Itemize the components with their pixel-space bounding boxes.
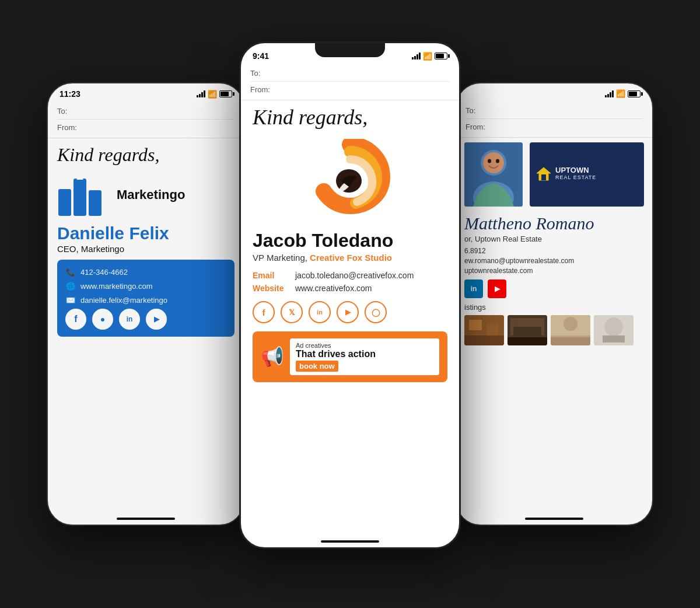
social-icons-right: in ▶ (464, 279, 644, 298)
company-logo-left: Marketingo (57, 173, 235, 216)
email-header-left: To: From: (48, 101, 244, 138)
phone-right: 📶 To: From: (455, 82, 653, 526)
svg-rect-22 (508, 337, 547, 345)
to-field-left[interactable]: To: (57, 103, 235, 120)
listing-2[interactable] (508, 315, 547, 345)
status-bar-left: 11:23 📶 (48, 83, 244, 101)
svg-rect-29 (603, 336, 625, 343)
ad-small-text: Ad creatives (296, 342, 433, 349)
battery-icon-right (628, 90, 640, 97)
email-row-center: Email jacob.toledano@creativefox.com (253, 271, 447, 280)
youtube-icon-right[interactable]: ▶ (488, 279, 506, 298)
to-field-center[interactable]: To: (250, 65, 450, 82)
company-name-left: Marketingo (117, 187, 185, 202)
ad-main-text: That drives action (296, 349, 433, 359)
phone-item-left: 📞 412-346-4662 (65, 267, 226, 277)
status-icons-center: 📶 (412, 52, 447, 61)
svg-rect-0 (58, 189, 71, 216)
from-field-left[interactable]: From: (57, 120, 235, 135)
listings-grid (464, 315, 644, 345)
wifi-icon-right: 📶 (616, 89, 625, 98)
profile-section-right: UPTOWN REAL ESTATE (464, 142, 644, 207)
svg-point-25 (564, 317, 578, 331)
uptown-name: UPTOWN (555, 166, 596, 174)
profile-photo-right (464, 142, 523, 207)
ad-banner[interactable]: 📢 Ad creatives That drives action book n… (253, 331, 447, 382)
home-indicator-left (117, 518, 175, 520)
linkedin-icon-left[interactable]: in (119, 309, 140, 330)
svg-marker-3 (61, 183, 68, 189)
email-header-center: To: From: (241, 63, 459, 100)
center-signature: Kind regards, (241, 100, 459, 387)
svg-rect-26 (551, 337, 590, 345)
linkedin-icon-right[interactable]: in (464, 279, 483, 298)
svg-point-10 (483, 152, 504, 173)
home-indicator-center (321, 540, 379, 543)
email-icon-left: ✉️ (65, 295, 76, 305)
house-icon (536, 165, 552, 181)
left-signature: Kind regards, Marketi (48, 138, 244, 348)
home-indicator-right (525, 518, 583, 520)
person-title-right: or, Uptown Real Estate (464, 235, 644, 243)
creative-fox-logo (309, 139, 391, 221)
linkedin-icon-center[interactable]: in (309, 301, 331, 323)
listings-section: istings (464, 303, 644, 345)
svg-point-12 (496, 159, 499, 163)
person-title-left: CEO, Marketingo (57, 244, 235, 254)
youtube-icon-center[interactable]: ▶ (337, 301, 359, 323)
listing-4[interactable] (594, 315, 634, 345)
svg-rect-14 (541, 174, 546, 180)
youtube-icon-left[interactable]: ▶ (146, 309, 167, 330)
svg-rect-16 (469, 320, 482, 330)
greeting-center: Kind regards, (253, 105, 447, 130)
status-bar-right: 📶 (456, 83, 652, 100)
from-field-right[interactable]: From: (466, 119, 643, 135)
instagram-icon-center[interactable]: ◯ (365, 301, 387, 323)
signal-icon-right (605, 90, 614, 97)
status-icons-left: 📶 (197, 90, 232, 99)
signal-icon-left (197, 90, 205, 97)
phone-center: 9:41 📶 To: From: Kind regards, (239, 41, 461, 549)
wifi-icon-left: 📶 (208, 90, 217, 99)
svg-rect-21 (513, 327, 541, 336)
to-field-right[interactable]: To: (466, 103, 643, 119)
fox-logo-container (253, 139, 447, 221)
email-header-right: To: From: (456, 100, 652, 138)
wifi-icon-center: 📶 (423, 52, 432, 61)
marketingo-logo-svg (57, 173, 110, 216)
ad-text-box: Ad creatives That drives action book now (290, 338, 439, 375)
social-icons-left: f ● in ▶ (65, 309, 226, 330)
listings-label: istings (464, 303, 644, 312)
website-row-center: Website www.creativefox.com (253, 284, 447, 293)
facebook-icon-center[interactable]: f (253, 301, 275, 323)
person-name-right: Mattheno Romano (464, 214, 644, 233)
from-field-center[interactable]: From: (250, 82, 450, 97)
svg-point-28 (604, 317, 623, 336)
time-center: 9:41 (253, 51, 269, 61)
battery-icon-left (219, 90, 232, 97)
email-item-left: ✉️ danielle.felix@marketingo (65, 295, 226, 305)
listing-3[interactable] (551, 315, 590, 345)
phone-right-item: 6.8912 (464, 247, 644, 255)
person-name-center: Jacob Toledano (253, 230, 447, 251)
right-signature: UPTOWN REAL ESTATE Mattheno Romano or, U… (456, 142, 652, 351)
phone-left: 11:23 📶 To: From: Kind regards, (47, 82, 245, 526)
svg-rect-1 (74, 179, 86, 216)
greeting-left: Kind regards, (57, 144, 235, 166)
uptown-logo-right: UPTOWN REAL ESTATE (530, 142, 644, 207)
person-name-left: Danielle Felix (57, 223, 235, 243)
phone-icon-left: 📞 (65, 267, 76, 277)
facebook-icon-left[interactable]: f (65, 309, 86, 330)
email-right-item: ew.romano@uptownrealestate.com (464, 257, 644, 265)
instagram-icon-left[interactable]: ● (92, 309, 113, 330)
social-icons-center: f 𝕏 in ▶ ◯ (253, 301, 447, 323)
twitter-icon-center[interactable]: 𝕏 (281, 301, 303, 323)
ad-cta[interactable]: book now (296, 361, 338, 372)
profile-svg (464, 142, 523, 207)
time-left: 11:23 (60, 89, 80, 99)
listing-1[interactable] (464, 315, 504, 345)
status-icons-right: 📶 (605, 89, 640, 98)
person-title-center: VP Marketing, Creative Fox Studio (253, 253, 447, 263)
website-right-item: uptownrealestate.com (464, 267, 644, 275)
signal-icon-center (412, 53, 421, 60)
